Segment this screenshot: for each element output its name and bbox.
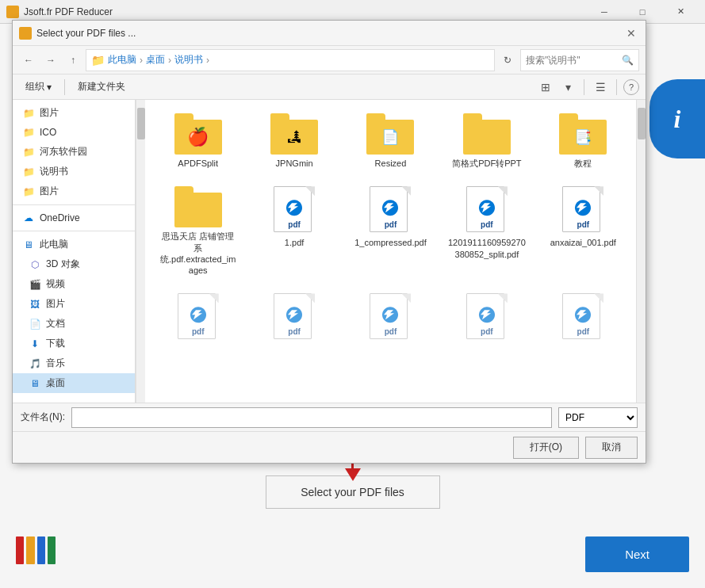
app-window: Jsoft.fr PDF Reducer ─ □ ✕ Select your P…: [0, 0, 705, 588]
folder-icon: 📁: [22, 146, 35, 158]
dialog-title-bar: Select your PDF files ... ✕: [13, 21, 646, 46]
sidebar-item-hedong[interactable]: 📁 河东软件园: [13, 142, 135, 162]
sidebar-item-docs[interactable]: 📄 文档: [13, 314, 135, 334]
folder-icon: 📁: [22, 107, 35, 120]
file-name-jpngmin: JPNGmin: [276, 158, 313, 169]
info-icon: i: [674, 105, 681, 134]
refresh-button[interactable]: ↻: [498, 51, 517, 70]
view-icons-button[interactable]: ⊞: [536, 78, 555, 97]
file-item-apdfsplit[interactable]: 🍎 APDFSplit: [153, 108, 243, 174]
sidebar-div2: [13, 231, 135, 231]
cancel-button[interactable]: 取消: [585, 437, 638, 459]
breadcrumb-desktop[interactable]: 桌面: [146, 53, 165, 67]
logo-book-blue: [37, 536, 45, 564]
file-grid: 🍎 APDFSplit 🏞 JPNGmin: [145, 100, 636, 403]
new-folder-button[interactable]: 新建文件夹: [71, 78, 132, 96]
sidebar-scroll-thumb: [137, 108, 145, 139]
folder-icon: 📁: [91, 54, 105, 67]
folder-content-doc2: 📑: [574, 128, 592, 146]
folder-content-image: 🏞: [287, 129, 301, 146]
folder-icon: 📁: [22, 166, 35, 178]
file-item-compressed[interactable]: pdf 1_compressed.pdf: [346, 181, 435, 281]
pdf-icon-r32: pdf: [274, 293, 315, 341]
file-item-sixun[interactable]: 思迅天店 店铺管理系统.pdf.extracted_images: [153, 181, 243, 281]
file-item-anxaizai[interactable]: pdf anxaizai_001.pdf: [538, 181, 628, 281]
file-item-pdf-r3-1[interactable]: pdf: [153, 288, 243, 346]
folder-icon: 📁: [22, 126, 35, 139]
file-item-pdf2ppt[interactable]: 简格式PDF转PPT: [442, 108, 531, 174]
file-name-apdfsplit: APDFSplit: [178, 158, 218, 169]
file-item-split[interactable]: pdf 1201911160959270380852_split.pdf: [442, 181, 531, 281]
music-icon: 🎵: [29, 357, 41, 370]
downloads-icon: ⬇: [29, 338, 41, 350]
grid-scrollbar[interactable]: [636, 100, 646, 403]
view-sep2: [616, 79, 617, 95]
pdf-icon-r35: pdf: [562, 293, 603, 341]
filename-label: 文件名(N):: [21, 410, 65, 424]
file-item-pdf-r3-5[interactable]: pdf: [538, 288, 628, 346]
back-button[interactable]: ←: [19, 51, 38, 70]
view-dropdown-button[interactable]: ▾: [558, 78, 577, 97]
filename-input[interactable]: [71, 407, 552, 428]
search-input[interactable]: [526, 55, 619, 66]
pdf-icon-anxaizai: pdf: [562, 186, 603, 234]
pc-icon: 🖥: [22, 239, 35, 251]
pdf-icon-1: pdf: [274, 186, 315, 234]
pdf-label4: pdf: [577, 220, 590, 229]
sidebar-item-manual[interactable]: 📁 说明书: [13, 162, 135, 181]
filetype-select[interactable]: PDF All Files: [558, 407, 638, 428]
sidebar-item-3d[interactable]: ⬡ 3D 对象: [13, 254, 135, 274]
view-list-button[interactable]: ☰: [591, 78, 610, 97]
folder-icon-apdfsplit: 🍎: [174, 113, 222, 155]
pdf-label-r31: pdf: [192, 327, 205, 336]
pdf-icon-r34: pdf: [466, 293, 508, 341]
file-item-pdf-r3-2[interactable]: pdf: [249, 288, 339, 346]
file-name-tutorial: 教程: [574, 158, 592, 169]
sidebar: 📁 图片 📁 ICO 📁 河东软件园 📁 说明书: [13, 100, 136, 403]
sidebar-item-onedrive[interactable]: ☁ OneDrive: [13, 208, 135, 227]
toolbar-organize-group: 组织 ▾: [19, 78, 58, 96]
browser-area: 📁 图片 📁 ICO 📁 河东软件园 📁 说明书: [13, 100, 646, 403]
next-button[interactable]: Next: [585, 536, 689, 572]
video-icon: 🎬: [29, 278, 41, 291]
forward-button[interactable]: →: [41, 51, 60, 70]
dialog-title: Select your PDF files ...: [36, 28, 623, 39]
dialog-close-button[interactable]: ✕: [623, 25, 639, 41]
sidebar-item-ico[interactable]: 📁 ICO: [13, 123, 135, 142]
file-item-pdf-r3-3[interactable]: pdf: [346, 288, 435, 346]
pdf-icon-r33: pdf: [370, 293, 411, 341]
folder-icon-jpngmin: 🏞: [270, 113, 318, 155]
sidebar-container: 📁 图片 📁 ICO 📁 河东软件园 📁 说明书: [13, 100, 145, 403]
sidebar-item-downloads[interactable]: ⬇ 下载: [13, 334, 135, 353]
help-button[interactable]: ?: [623, 79, 639, 95]
open-button[interactable]: 打开(O): [513, 437, 579, 459]
sidebar-item-pictures[interactable]: 🖼 图片: [13, 294, 135, 314]
pictures-icon: 🖼: [29, 298, 41, 311]
dialog-icon: [19, 27, 32, 40]
file-item-jpngmin[interactable]: 🏞 JPNGmin: [249, 108, 339, 174]
organize-button[interactable]: 组织 ▾: [19, 78, 58, 96]
close-button[interactable]: ✕: [662, 0, 699, 24]
file-item-1pdf[interactable]: pdf 1.pdf: [249, 181, 339, 281]
view-sep: [584, 79, 584, 95]
file-item-pdf-r3-4[interactable]: pdf: [442, 288, 531, 346]
breadcrumb-pc[interactable]: 此电脑: [108, 53, 136, 67]
folder-icon-resized: 📄: [366, 113, 414, 155]
sidebar-item-thispc[interactable]: 🖥 此电脑: [13, 235, 135, 254]
sidebar-div1: [13, 204, 135, 205]
file-item-tutorial[interactable]: 📑 教程: [538, 108, 628, 174]
file-name-sixun: 思迅天店 店铺管理系统.pdf.extracted_images: [159, 231, 237, 276]
3d-icon: ⬡: [29, 258, 41, 271]
up-button[interactable]: ↑: [63, 51, 82, 70]
sidebar-item-pic2[interactable]: 📁 图片: [13, 181, 135, 201]
file-item-resized[interactable]: 📄 Resized: [346, 108, 435, 174]
sidebar-scrollbar[interactable]: [136, 100, 145, 403]
sidebar-item-pic1[interactable]: 📁 图片: [13, 103, 135, 123]
breadcrumb-manual[interactable]: 说明书: [174, 53, 203, 67]
sidebar-item-video[interactable]: 🎬 视频: [13, 274, 135, 294]
sidebar-item-desktop[interactable]: 🖥 桌面: [13, 373, 135, 393]
info-panel[interactable]: i: [649, 79, 705, 158]
file-grid-container: 🍎 APDFSplit 🏞 JPNGmin: [145, 100, 646, 403]
pdf-label3: pdf: [481, 220, 493, 229]
sidebar-item-music[interactable]: 🎵 音乐: [13, 353, 135, 373]
